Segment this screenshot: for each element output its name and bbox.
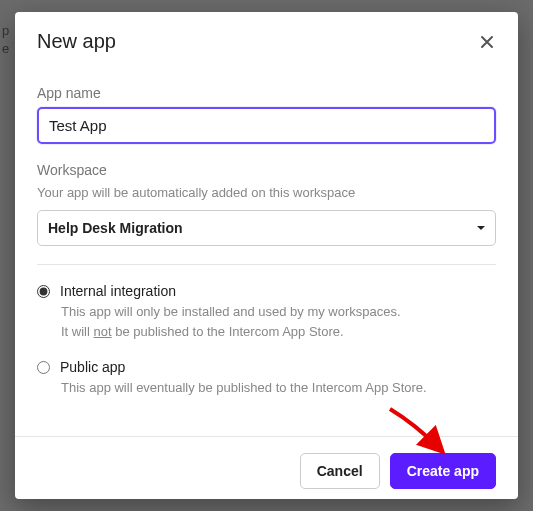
app-name-label: App name <box>37 85 496 101</box>
background-text: p e <box>0 22 9 58</box>
workspace-hint: Your app will be automatically added on … <box>37 184 496 202</box>
radio-public-desc: This app will eventually be published to… <box>61 378 496 398</box>
radio-public-label[interactable]: Public app <box>60 359 125 375</box>
option-public: Public app This app will eventually be p… <box>37 359 496 398</box>
modal-footer: Cancel Create app <box>15 436 518 505</box>
modal-body: App name Workspace Your app will be auto… <box>15 63 518 436</box>
radio-public[interactable] <box>37 361 50 374</box>
divider <box>37 264 496 265</box>
close-icon[interactable] <box>478 33 496 51</box>
create-app-button[interactable]: Create app <box>390 453 496 489</box>
chevron-down-icon <box>477 226 485 230</box>
new-app-modal: New app App name Workspace Your app will… <box>15 12 518 499</box>
app-name-input[interactable] <box>37 107 496 144</box>
modal-header: New app <box>15 12 518 63</box>
radio-internal[interactable] <box>37 285 50 298</box>
workspace-selected-value: Help Desk Migration <box>48 220 183 236</box>
workspace-select[interactable]: Help Desk Migration <box>37 210 496 246</box>
radio-internal-desc: This app will only be installed and used… <box>61 302 496 341</box>
cancel-button[interactable]: Cancel <box>300 453 380 489</box>
workspace-label: Workspace <box>37 162 496 178</box>
radio-internal-label[interactable]: Internal integration <box>60 283 176 299</box>
option-internal: Internal integration This app will only … <box>37 283 496 341</box>
modal-title: New app <box>37 30 116 53</box>
